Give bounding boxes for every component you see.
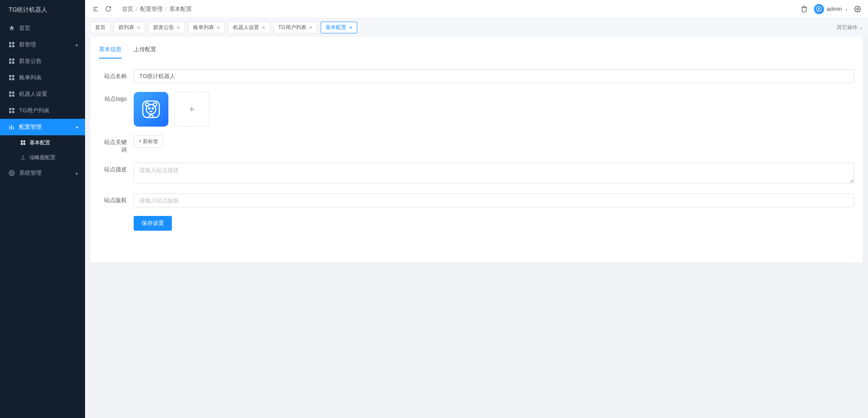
home-icon	[9, 25, 15, 31]
svg-rect-11	[12, 78, 14, 80]
tab-bills[interactable]: 账单列表 ✕	[188, 22, 225, 33]
svg-rect-14	[9, 95, 11, 97]
sidebar-item-broadcast[interactable]: 群发公告	[0, 53, 85, 69]
svg-rect-3	[12, 45, 14, 47]
sidebar-item-bot-settings[interactable]: 机器人设置	[0, 86, 85, 102]
sidebar-menu: 首页 群管理 ▸ 群发公告 账单列表	[0, 20, 85, 418]
sidebar-sub-thumbnail-config[interactable]: 缩略图配置	[0, 150, 85, 165]
sidebar-item-bills[interactable]: 账单列表	[0, 69, 85, 86]
breadcrumb: 首页 / 配置管理 / 基本配置	[122, 5, 192, 13]
svg-rect-22	[13, 127, 14, 129]
form-label: 站点描述	[99, 163, 134, 173]
bear-logo-icon	[140, 98, 162, 120]
form-row-site-copyright: 站点版权	[99, 193, 854, 207]
svg-rect-25	[21, 143, 23, 145]
user-menu[interactable]: admin ⌄	[814, 4, 848, 14]
svg-rect-10	[9, 78, 11, 80]
close-icon[interactable]: ✕	[137, 25, 140, 30]
site-desc-textarea[interactable]	[134, 163, 854, 183]
chevron-right-icon: ▸	[76, 171, 78, 176]
grid-icon	[9, 42, 15, 48]
main: 首页 / 配置管理 / 基本配置 admin ⌄	[85, 0, 868, 418]
site-copyright-input[interactable]	[134, 193, 854, 207]
sidebar-item-label: TG用户列表	[19, 107, 49, 114]
svg-rect-13	[12, 91, 14, 94]
sidebar-item-label: 群管理	[19, 41, 36, 49]
inner-tab-basic-info[interactable]: 基本信息	[99, 43, 122, 59]
svg-point-38	[149, 108, 150, 109]
form-row-site-desc: 站点描述	[99, 163, 854, 185]
svg-rect-2	[9, 45, 11, 47]
svg-rect-21	[11, 125, 12, 130]
tab-bot-settings[interactable]: 机器人设置 ✕	[228, 22, 270, 33]
tab-label: 机器人设置	[233, 24, 259, 31]
sidebar-item-label: 首页	[19, 24, 30, 32]
sidebar-item-config-mgmt[interactable]: 配置管理 ▾	[0, 119, 85, 135]
refresh-button[interactable]	[105, 6, 112, 12]
form-row-site-logo: 站点logo	[99, 92, 854, 127]
form-label: 站点logo	[99, 92, 134, 103]
trash-button[interactable]	[801, 6, 808, 13]
svg-rect-12	[9, 91, 11, 94]
breadcrumb-item[interactable]: 配置管理	[140, 5, 163, 13]
sidebar-item-group-mgmt[interactable]: 群管理 ▸	[0, 36, 85, 53]
svg-rect-9	[12, 75, 14, 77]
user-name: admin	[827, 6, 842, 12]
logo-upload-button[interactable]: +	[174, 92, 209, 127]
grid-icon	[9, 91, 15, 97]
svg-rect-24	[23, 140, 25, 142]
sidebar-sub-basic-config[interactable]: 基本配置	[0, 135, 85, 150]
svg-rect-1	[12, 42, 14, 44]
collapse-sidebar-button[interactable]	[92, 6, 99, 13]
sidebar-item-label: 配置管理	[19, 123, 42, 131]
svg-rect-0	[9, 42, 11, 44]
grid-icon	[20, 140, 26, 146]
tab-group-list[interactable]: 群列表 ✕	[114, 22, 145, 33]
save-button[interactable]: 保存设置	[134, 216, 172, 231]
tab-label: 账单列表	[193, 24, 214, 31]
chevron-down-icon: ▾	[76, 125, 78, 130]
grid-icon	[9, 75, 15, 81]
tabs-actions-menu[interactable]: 其它操作 ⌄	[837, 24, 863, 31]
form-row-site-keywords: 站点关键词 + 新标签	[99, 135, 854, 154]
inner-tabs: 基本信息 上传配置	[99, 37, 854, 59]
sidebar-item-system-mgmt[interactable]: 系统管理 ▸	[0, 165, 85, 181]
svg-rect-20	[10, 126, 10, 130]
sidebar-item-home[interactable]: 首页	[0, 20, 85, 36]
tab-broadcast[interactable]: 群发公告 ✕	[148, 22, 185, 33]
svg-point-32	[818, 8, 820, 10]
close-icon[interactable]: ✕	[349, 25, 352, 30]
sidebar-item-label: 群发公告	[19, 57, 42, 65]
sidebar-sub-label: 缩略图配置	[30, 154, 56, 161]
breadcrumb-item[interactable]: 首页	[122, 5, 133, 13]
breadcrumb-item: 基本配置	[169, 5, 192, 13]
site-name-input[interactable]	[134, 69, 854, 83]
close-icon[interactable]: ✕	[262, 25, 265, 30]
settings-button[interactable]	[854, 6, 861, 13]
close-icon[interactable]: ✕	[217, 25, 220, 30]
tabs-actions-label: 其它操作	[837, 24, 858, 31]
inner-tab-upload-config[interactable]: 上传配置	[134, 43, 156, 59]
svg-rect-6	[9, 62, 11, 64]
tab-tg-users[interactable]: TG用户列表 ✕	[273, 22, 317, 33]
breadcrumb-separator: /	[165, 6, 167, 12]
form-label: 站点关键词	[99, 135, 134, 154]
logo-preview[interactable]	[134, 92, 168, 127]
upload-icon	[20, 154, 26, 160]
svg-point-33	[857, 8, 858, 10]
grid-icon	[9, 108, 15, 114]
add-tag-button[interactable]: + 新标签	[134, 135, 163, 148]
tab-home[interactable]: 首页	[90, 22, 110, 33]
close-icon[interactable]: ✕	[177, 25, 180, 30]
form-row-site-name: 站点名称	[99, 69, 854, 83]
sidebar-item-tg-users[interactable]: TG用户列表	[0, 102, 85, 119]
tab-label: 群列表	[118, 24, 134, 31]
tabs-bar: 首页 群列表 ✕ 群发公告 ✕ 账单列表 ✕ 机器人设置 ✕ TG用户列表 ✕	[85, 18, 868, 37]
sidebar-item-label: 机器人设置	[19, 90, 47, 98]
bars-icon	[9, 124, 15, 130]
breadcrumb-separator: /	[136, 6, 138, 12]
tab-label: 基本配置	[326, 24, 346, 31]
svg-rect-19	[12, 111, 14, 113]
tab-basic-config[interactable]: 基本配置 ✕	[321, 22, 357, 33]
close-icon[interactable]: ✕	[309, 25, 312, 30]
